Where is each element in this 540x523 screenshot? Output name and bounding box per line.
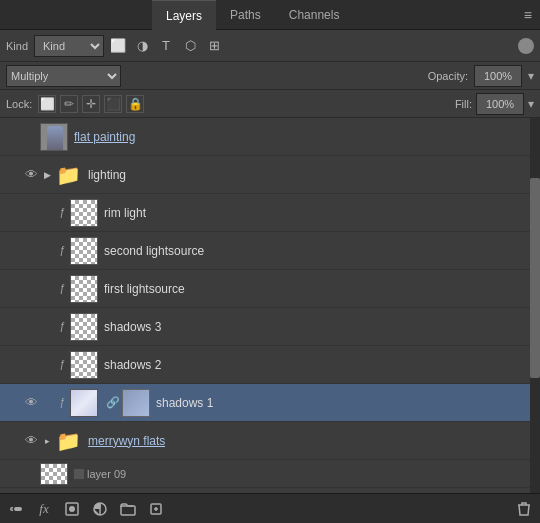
fill-chevron[interactable]: ▾	[528, 97, 534, 111]
layer-item[interactable]: flat painting	[0, 118, 540, 156]
layer-name: first lightsource	[104, 282, 185, 296]
layer-item[interactable]: ƒ shadows 2	[0, 346, 540, 384]
layer-thumbnail	[70, 237, 98, 265]
tab-channels[interactable]: Channels	[275, 0, 354, 30]
fx-icon: ƒ	[54, 205, 70, 221]
link-icon: 🔗	[106, 396, 120, 409]
layer-item[interactable]: ƒ shadows 3	[0, 308, 540, 346]
visibility-eye[interactable]: 👁	[22, 432, 40, 450]
layer-style-icon[interactable]: fx	[34, 499, 54, 519]
layer-name: merrywyn flats	[88, 434, 165, 448]
collapse-arrow[interactable]: ▶	[40, 168, 54, 182]
visibility-eye[interactable]	[22, 128, 40, 146]
opacity-chevron[interactable]: ▾	[528, 69, 534, 83]
opacity-input[interactable]	[474, 65, 522, 87]
lock-image-icon[interactable]: ✏	[60, 95, 78, 113]
layer-name: layer 09	[87, 468, 126, 480]
layer-item[interactable]: ƒ rim light	[0, 194, 540, 232]
delete-layer-icon[interactable]	[514, 499, 534, 519]
visibility-eye[interactable]	[22, 204, 40, 222]
shape-filter-icon[interactable]: ⬡	[180, 36, 200, 56]
visibility-checkbox	[4, 318, 22, 336]
visibility-eye[interactable]	[22, 242, 40, 260]
layer-name: second lightsource	[104, 244, 204, 258]
new-group-icon[interactable]	[118, 499, 138, 519]
blend-row: Multiply Opacity: ▾	[0, 62, 540, 90]
layer-name: lighting	[88, 168, 126, 182]
add-adjustment-icon[interactable]	[90, 499, 110, 519]
link-layers-icon[interactable]	[6, 499, 26, 519]
tab-paths[interactable]: Paths	[216, 0, 275, 30]
scrollbar[interactable]	[530, 118, 540, 493]
visibility-eye[interactable]	[22, 465, 40, 483]
opacity-label: Opacity:	[428, 70, 468, 82]
visibility-checkbox	[4, 465, 22, 483]
layer-thumbnail	[40, 123, 68, 151]
layer-thumbnail	[70, 351, 98, 379]
svg-point-1	[69, 506, 75, 512]
visibility-checkbox	[4, 128, 22, 146]
fx-icon: ƒ	[54, 357, 70, 373]
add-mask-icon[interactable]	[62, 499, 82, 519]
layer-thumbnail	[40, 463, 68, 485]
kind-toolbar: Kind Kind ⬜ ◑ T ⬡ ⊞	[0, 30, 540, 62]
type-filter-icon[interactable]: T	[156, 36, 176, 56]
fill-input[interactable]	[476, 93, 524, 115]
layers-panel: Layers Paths Channels ≡ Kind Kind ⬜ ◑ T …	[0, 0, 540, 523]
fx-icon: ƒ	[54, 395, 70, 411]
layer-name: rim light	[104, 206, 146, 220]
fill-label: Fill:	[455, 98, 472, 110]
scrollbar-thumb[interactable]	[530, 178, 540, 378]
visibility-checkbox	[4, 204, 22, 222]
bottom-bar: fx	[0, 493, 540, 523]
lock-position-icon[interactable]: ✛	[82, 95, 100, 113]
lock-transparent-icon[interactable]: ⬜	[38, 95, 56, 113]
layer-item[interactable]: 👁 ▸ 📁 merrywyn flats	[0, 422, 540, 460]
kind-select[interactable]: Kind	[34, 35, 104, 57]
lock-all-icon[interactable]: 🔒	[126, 95, 144, 113]
collapse-arrow[interactable]: ▸	[40, 434, 54, 448]
pixel-filter-icon[interactable]: ⬜	[108, 36, 128, 56]
fx-icon: ƒ	[54, 319, 70, 335]
layer-item[interactable]: 👁 ƒ 🔗 shadows 1	[0, 384, 540, 422]
visibility-eye[interactable]: 👁	[22, 166, 40, 184]
visibility-checkbox	[4, 166, 22, 184]
folder-icon: 📁	[56, 163, 81, 187]
new-layer-icon[interactable]	[146, 499, 166, 519]
lock-label: Lock:	[6, 98, 32, 110]
lock-artboard-icon[interactable]: ⬛	[104, 95, 122, 113]
layer-thumbnail-mask	[122, 389, 150, 417]
blend-mode-select[interactable]: Multiply	[6, 65, 121, 87]
panel-menu-icon[interactable]: ≡	[524, 7, 532, 23]
layers-list: flat painting 👁 ▶ 📁 lighting ƒ rim light	[0, 118, 540, 493]
layer-item[interactable]: layer 09	[0, 460, 540, 488]
visibility-eye[interactable]: 👁	[22, 394, 40, 412]
layer-thumbnail	[70, 275, 98, 303]
tab-layers[interactable]: Layers	[152, 0, 216, 30]
lock-row: Lock: ⬜ ✏ ✛ ⬛ 🔒 Fill: ▾	[0, 90, 540, 118]
adjustment-filter-icon[interactable]: ◑	[132, 36, 152, 56]
layer-item[interactable]: ƒ first lightsource	[0, 270, 540, 308]
visibility-checkbox	[4, 242, 22, 260]
layer-name: flat painting	[74, 130, 135, 144]
layer-item[interactable]: 👁 ▶ 📁 lighting	[0, 156, 540, 194]
layer-thumbnail: 📁	[54, 427, 82, 455]
fx-icon: ƒ	[54, 243, 70, 259]
visibility-checkbox	[4, 356, 22, 374]
visibility-checkbox	[4, 432, 22, 450]
layer-thumbnail: 📁	[54, 161, 82, 189]
folder-icon: 📁	[56, 429, 81, 453]
svg-rect-3	[121, 506, 135, 515]
visibility-eye[interactable]	[22, 280, 40, 298]
visibility-checkbox	[4, 280, 22, 298]
color-circle-icon	[518, 38, 534, 54]
tab-bar: Layers Paths Channels ≡	[0, 0, 540, 30]
visibility-eye[interactable]	[22, 318, 40, 336]
visibility-eye[interactable]	[22, 356, 40, 374]
layer-name: shadows 3	[104, 320, 161, 334]
visibility-checkbox	[4, 394, 22, 412]
smartobject-filter-icon[interactable]: ⊞	[204, 36, 224, 56]
layer-item[interactable]: ƒ second lightsource	[0, 232, 540, 270]
layer-name: shadows 1	[156, 396, 213, 410]
layer-thumbnail	[70, 313, 98, 341]
